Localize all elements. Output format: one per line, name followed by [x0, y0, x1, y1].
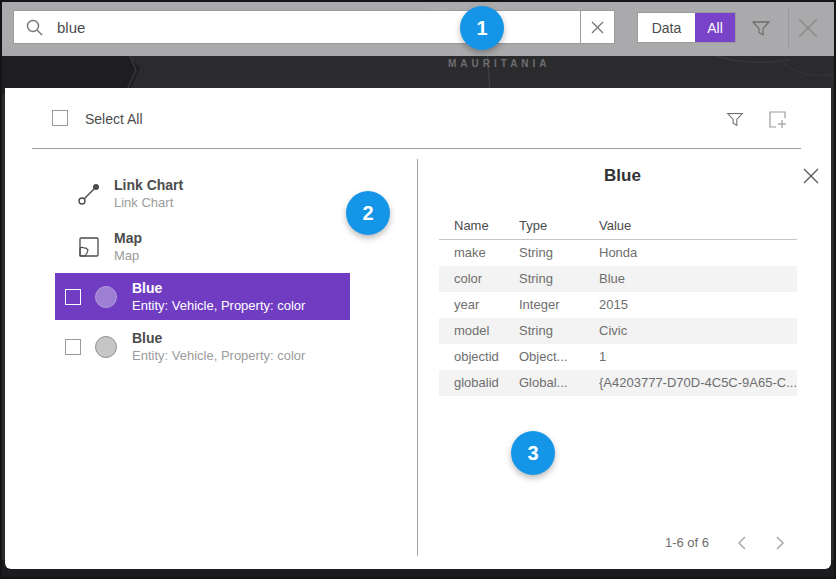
- table-row: color String Blue: [439, 266, 797, 292]
- pagination: 1-6 of 6: [665, 535, 785, 550]
- result-item-link-chart[interactable]: Link Chart Link Chart: [77, 172, 183, 216]
- table-header-row: Name Type Value: [439, 213, 797, 240]
- add-selection-icon: [767, 109, 789, 131]
- search-filter-button[interactable]: [750, 17, 772, 39]
- result-subtitle: Entity: Vehicle, Property: color: [132, 297, 305, 314]
- result-title: Blue: [132, 330, 305, 347]
- result-subtitle: Map: [114, 247, 142, 264]
- cell-value: Civic: [599, 318, 797, 344]
- results-panel-header: Select All: [5, 88, 831, 149]
- cell-value: 2015: [599, 292, 797, 318]
- result-title: Map: [114, 230, 142, 247]
- link-chart-icon: [77, 182, 101, 206]
- table-row: year Integer 2015: [439, 292, 797, 318]
- close-search-button[interactable]: [795, 15, 821, 41]
- cell-name: model: [454, 318, 519, 344]
- annotation-badge-2: 2: [346, 191, 390, 235]
- add-selection-button[interactable]: [767, 109, 789, 131]
- cell-value: Honda: [599, 240, 797, 266]
- prev-page-button[interactable]: [737, 536, 747, 550]
- chevron-right-icon: [775, 536, 785, 550]
- table-row: globalid Global... {A4203777-D70D-4C5C-9…: [439, 370, 797, 396]
- column-header-name: Name: [454, 213, 519, 239]
- topbar-divider: [788, 8, 789, 48]
- app-screen: WESTERN MAURITANIA Data All: [0, 0, 836, 579]
- cell-name: make: [454, 240, 519, 266]
- clear-x-icon: [591, 21, 604, 34]
- result-checkbox[interactable]: [65, 339, 81, 355]
- cell-name: year: [454, 292, 519, 318]
- result-subtitle: Entity: Vehicle, Property: color: [132, 347, 305, 364]
- search-bar: Data All: [0, 0, 836, 56]
- table-row: model String Civic: [439, 318, 797, 344]
- result-item-map[interactable]: Map Map: [77, 225, 142, 269]
- select-all-label: Select All: [85, 111, 143, 127]
- cell-type: Global...: [519, 370, 599, 396]
- map-icon: [77, 235, 101, 259]
- clear-search-button[interactable]: [580, 10, 615, 44]
- results-panel: Select All: [5, 88, 831, 569]
- cell-type: Integer: [519, 292, 599, 318]
- map-label-mauritania: MAURITANIA: [448, 58, 551, 69]
- close-x-icon: [795, 15, 821, 41]
- entity-circle-icon: [95, 286, 117, 308]
- next-page-button[interactable]: [775, 536, 785, 550]
- cell-name: objectid: [454, 344, 519, 370]
- attributes-table: Name Type Value make String Honda color …: [439, 213, 797, 396]
- result-title: Link Chart: [114, 177, 183, 194]
- filter-results-button[interactable]: [725, 109, 745, 129]
- chevron-left-icon: [737, 536, 747, 550]
- close-x-icon: [802, 167, 820, 185]
- close-details-button[interactable]: [791, 167, 831, 185]
- scope-toggle: Data All: [637, 12, 736, 43]
- column-header-value: Value: [599, 213, 797, 239]
- filter-funnel-icon: [750, 17, 772, 39]
- cell-value: {A4203777-D70D-4C5C-9A65-C...: [599, 370, 797, 396]
- cell-type: Object...: [519, 344, 599, 370]
- search-icon: [26, 19, 43, 36]
- column-header-type: Type: [519, 213, 599, 239]
- filter-funnel-icon: [725, 109, 745, 129]
- results-panel-body: Link Chart Link Chart Map Map: [5, 149, 831, 568]
- select-all-checkbox[interactable]: [52, 110, 68, 126]
- cell-value: Blue: [599, 266, 797, 292]
- result-item-blue[interactable]: Blue Entity: Vehicle, Property: color: [55, 325, 350, 369]
- details-title: Blue: [418, 166, 791, 186]
- cell-value: 1: [599, 344, 797, 370]
- details-header: Blue: [418, 163, 831, 189]
- panel-column-divider: [417, 159, 418, 556]
- table-row: make String Honda: [439, 240, 797, 266]
- annotation-badge-3: 3: [511, 431, 555, 475]
- result-title: Blue: [132, 280, 305, 297]
- cell-name: color: [454, 266, 519, 292]
- result-checkbox[interactable]: [65, 289, 81, 305]
- result-item-blue-selected[interactable]: Blue Entity: Vehicle, Property: color: [55, 273, 350, 320]
- table-body: make String Honda color String Blue year…: [439, 240, 797, 396]
- cell-type: String: [519, 318, 599, 344]
- cell-type: String: [519, 240, 599, 266]
- cell-type: String: [519, 266, 599, 292]
- scope-data-button[interactable]: Data: [638, 13, 695, 42]
- entity-circle-icon: [95, 336, 117, 358]
- scope-all-button[interactable]: All: [695, 13, 735, 42]
- annotation-badge-1: 1: [460, 6, 504, 50]
- cell-name: globalid: [454, 370, 519, 396]
- table-row: objectid Object... 1: [439, 344, 797, 370]
- result-subtitle: Link Chart: [114, 194, 183, 211]
- page-range-label: 1-6 of 6: [665, 535, 709, 550]
